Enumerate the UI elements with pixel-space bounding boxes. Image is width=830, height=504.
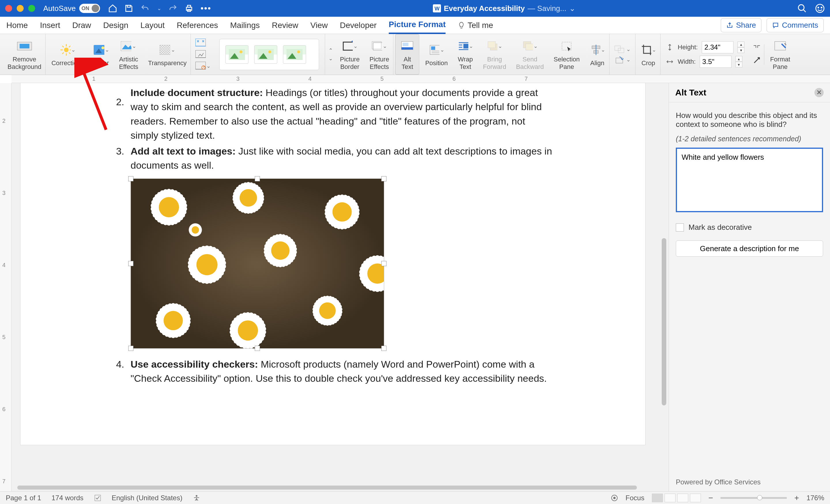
picture-style-3[interactable] [283, 45, 306, 64]
minimize-window-button[interactable] [17, 5, 24, 12]
gallery-up[interactable]: ⌃ [328, 47, 333, 54]
smiley-icon[interactable] [815, 3, 825, 13]
document-area[interactable]: 2. Include document structure: Headings … [11, 83, 669, 491]
selected-image[interactable] [131, 179, 384, 349]
width-input[interactable] [700, 56, 731, 68]
resize-handle[interactable] [381, 176, 386, 181]
border-icon [342, 40, 353, 52]
page-indicator[interactable]: Page 1 of 1 [6, 494, 41, 502]
reset-picture-icon[interactable] [195, 62, 206, 70]
spellcheck-icon[interactable] [94, 494, 101, 502]
resize-handle[interactable] [255, 346, 260, 351]
picture-styles-gallery[interactable] [219, 39, 319, 70]
horizontal-scrollbar[interactable] [17, 485, 663, 491]
list-item-2[interactable]: 2. Include document structure: Headings … [113, 95, 553, 143]
change-picture-icon[interactable] [195, 50, 206, 59]
decorative-checkbox[interactable] [676, 223, 684, 231]
web-layout-view[interactable] [677, 494, 688, 502]
alt-text-button[interactable]: Alt Text [395, 34, 419, 75]
picture-style-2[interactable] [254, 45, 277, 64]
remove-background-button[interactable]: Remove Background [3, 34, 45, 75]
height-input[interactable] [702, 41, 733, 53]
width-up[interactable]: ▴ [735, 56, 742, 62]
rotate-icon[interactable] [614, 56, 625, 64]
alt-text-pane: Alt Text ✕ How would you describe this o… [669, 83, 830, 491]
svg-point-12 [64, 48, 69, 52]
reset-size-icon[interactable] [753, 56, 761, 65]
position-button[interactable]: ⌄ Position [421, 34, 452, 75]
artistic-effects-button[interactable]: ⌄ Artistic Effects [115, 34, 142, 75]
save-icon[interactable] [124, 4, 133, 13]
width-down[interactable]: ▾ [735, 62, 742, 67]
title-dropdown[interactable]: ⌄ [569, 4, 576, 13]
maximize-window-button[interactable] [28, 5, 35, 12]
zoom-out-button[interactable]: − [708, 493, 713, 503]
close-pane-button[interactable]: ✕ [815, 88, 824, 97]
list-item-4[interactable]: 4. Use accessibility checkers: Microsoft… [113, 357, 553, 386]
tab-design[interactable]: Design [103, 17, 128, 33]
tab-home[interactable]: Home [6, 17, 28, 33]
zoom-level[interactable]: 176% [807, 494, 824, 502]
bring-forward-button[interactable]: ⌄ Bring Forward [479, 34, 510, 75]
resize-handle[interactable] [255, 176, 260, 181]
outline-view[interactable] [690, 494, 701, 502]
print-icon[interactable] [185, 4, 194, 13]
crop-button[interactable]: ⌄ Crop [635, 34, 661, 75]
document-page[interactable]: 2. Include document structure: Headings … [20, 83, 645, 445]
picture-effects-button[interactable]: ⌄ Picture Effects [365, 34, 393, 75]
compress-pictures-icon[interactable] [195, 39, 206, 47]
lock-aspect-icon[interactable] [753, 44, 761, 53]
focus-button[interactable]: Focus [626, 494, 644, 502]
tab-draw[interactable]: Draw [72, 17, 91, 33]
transparency-button[interactable]: ⌄ Transparency [144, 34, 191, 75]
search-icon[interactable] [797, 3, 807, 13]
redo-icon[interactable] [168, 4, 178, 13]
tab-picture-format[interactable]: Picture Format [389, 17, 446, 34]
horizontal-ruler[interactable]: 1 2 3 4 5 6 7 [11, 75, 830, 83]
resize-handle[interactable] [128, 346, 133, 351]
tab-mailings[interactable]: Mailings [230, 17, 260, 33]
accessibility-status-icon[interactable] [193, 494, 200, 502]
tab-view[interactable]: View [310, 17, 328, 33]
picture-border-button[interactable]: ⌄ Picture Border [336, 34, 363, 75]
share-button[interactable]: Share [721, 18, 761, 32]
vertical-scrollbar[interactable] [662, 83, 667, 491]
comments-button[interactable]: Comments [767, 18, 824, 32]
resize-handle[interactable] [128, 176, 133, 181]
gallery-down[interactable]: ⌄ [328, 55, 333, 62]
send-backward-button[interactable]: ⌄ Send Backward [512, 34, 548, 75]
align-button[interactable]: ⌄ Align [585, 34, 610, 75]
tab-developer[interactable]: Developer [340, 17, 377, 33]
generate-description-button[interactable]: Generate a description for me [676, 241, 823, 257]
list-item-3[interactable]: 3. Add alt text to images: Just like wit… [113, 144, 553, 355]
word-count[interactable]: 174 words [52, 494, 84, 502]
group-icon[interactable] [614, 45, 625, 53]
tab-layout[interactable]: Layout [140, 17, 165, 33]
tab-review[interactable]: Review [272, 17, 298, 33]
print-layout-view[interactable] [652, 494, 663, 502]
close-window-button[interactable] [5, 5, 12, 12]
resize-handle[interactable] [128, 261, 133, 266]
more-icon[interactable]: ••• [200, 3, 212, 13]
tab-insert[interactable]: Insert [40, 17, 60, 33]
wrap-text-button[interactable]: ⌄ Wrap Text [454, 34, 477, 75]
alt-text-input[interactable] [676, 148, 823, 212]
home-icon[interactable] [108, 4, 117, 13]
language-indicator[interactable]: English (United States) [112, 494, 183, 502]
vertical-ruler[interactable]: 2 3 4 5 6 7 [0, 83, 11, 491]
format-pane-button[interactable]: Format Pane [766, 34, 794, 75]
picture-style-1[interactable] [225, 45, 248, 64]
zoom-slider[interactable] [721, 497, 787, 499]
selection-pane-button[interactable]: Selection Pane [550, 34, 584, 75]
height-down[interactable]: ▾ [737, 47, 744, 53]
undo-icon[interactable] [140, 4, 150, 13]
resize-handle[interactable] [381, 261, 386, 266]
resize-handle[interactable] [381, 346, 386, 351]
zoom-in-button[interactable]: + [794, 493, 799, 503]
autosave-toggle[interactable]: AutoSave ON [43, 4, 100, 13]
tab-references[interactable]: References [177, 17, 218, 33]
height-up[interactable]: ▴ [737, 41, 744, 47]
read-mode-view[interactable] [665, 494, 675, 502]
undo-dropdown[interactable]: ⌄ [157, 5, 161, 11]
tell-me-button[interactable]: Tell me [458, 21, 493, 30]
